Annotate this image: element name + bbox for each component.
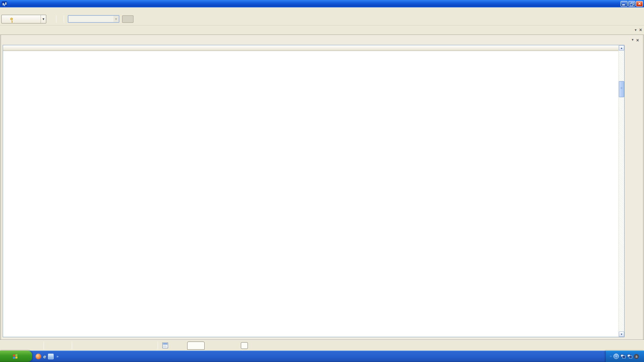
table-body	[3, 51, 619, 337]
table-header	[3, 45, 619, 51]
windows-logo-icon	[13, 354, 17, 359]
key-icon	[10, 18, 13, 20]
taskbar: e » ‹ a	[0, 351, 644, 362]
minimize-button[interactable]	[621, 1, 628, 7]
blank-toolbar-button[interactable]	[122, 15, 133, 23]
lab-panel: ▾ × ▲ ▼	[0, 35, 644, 340]
language-indicator[interactable]	[610, 356, 612, 357]
network-icon[interactable]	[621, 354, 626, 359]
tslab-app-icon	[2, 1, 7, 6]
scroll-up-button[interactable]: ▲	[619, 45, 624, 51]
symbol-combo[interactable]: ▼	[68, 15, 119, 23]
workspace-tab[interactable]	[187, 342, 205, 350]
antivirus-icon[interactable]: a	[634, 354, 639, 359]
chevron-down-icon[interactable]: ▼	[113, 16, 119, 22]
workspace-tabstrip	[0, 25, 644, 35]
desktop: ▼ ▼ ▾ × ▲	[0, 0, 644, 362]
chevron-down-icon[interactable]: ▼	[41, 15, 46, 23]
title-bar	[0, 0, 644, 7]
transaq-connection-combo[interactable]: ▼	[1, 15, 46, 23]
scrollbar-thumb[interactable]	[619, 81, 624, 97]
add-workspace-tab-button[interactable]	[241, 342, 248, 349]
trades-table: ▲ ▼	[3, 45, 625, 337]
dock-menu-icon[interactable]: ▾	[632, 38, 634, 43]
tray-collapse-icon[interactable]: ‹	[613, 354, 619, 359]
quick-launch-overflow-icon[interactable]: »	[56, 354, 58, 358]
statusbar-separator	[158, 342, 158, 350]
calendar-icon[interactable]	[162, 343, 168, 348]
network-icon[interactable]	[627, 354, 632, 359]
statusbar-separator	[44, 342, 44, 350]
toolbar: ▼ ▼	[0, 13, 644, 25]
close-tab-icon[interactable]: ×	[636, 38, 639, 43]
show-desktop-icon[interactable]	[48, 354, 54, 359]
system-tray: ‹ a	[606, 351, 644, 362]
status-bar	[0, 340, 644, 351]
vertical-scrollbar[interactable]: ▲ ▼	[619, 45, 624, 337]
statusbar-separator	[72, 342, 72, 350]
scroll-down-button[interactable]: ▼	[619, 331, 624, 337]
close-panel-icon[interactable]	[639, 27, 642, 33]
start-button[interactable]	[0, 351, 32, 362]
media-player-icon[interactable]	[36, 354, 41, 359]
quick-launch-bar: e »	[32, 354, 61, 359]
toolbar-separator	[56, 15, 56, 23]
dock-menu-icon[interactable]	[635, 28, 637, 32]
lab-tabstrip	[2, 36, 630, 45]
internet-explorer-icon[interactable]: e	[43, 354, 46, 359]
toolbar-separator	[64, 15, 64, 23]
menu-bar	[0, 7, 644, 13]
close-button[interactable]	[636, 1, 643, 7]
restore-button[interactable]	[628, 1, 635, 7]
